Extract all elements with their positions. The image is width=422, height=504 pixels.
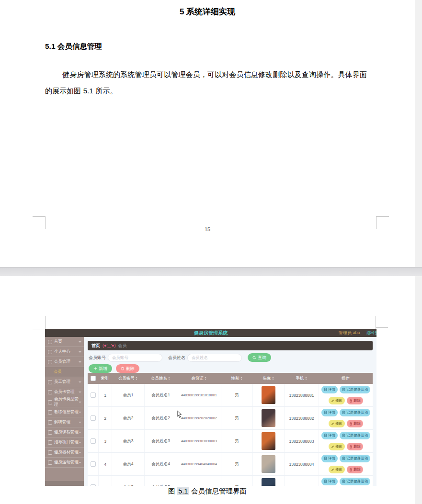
delete-row-button[interactable]: 删除	[347, 397, 363, 404]
select-all-checkbox[interactable]	[91, 376, 96, 381]
row-checkbox[interactable]	[91, 392, 96, 398]
crop-mark	[376, 216, 389, 217]
sort-icon[interactable]	[136, 377, 137, 380]
row-checkbox[interactable]	[91, 415, 96, 421]
sidebar-item-6[interactable]: 会员卡类型管理	[45, 397, 84, 407]
add-button[interactable]: 新增	[89, 364, 112, 373]
column-header[interactable]: 头像	[252, 376, 284, 381]
sort-icon[interactable]	[305, 377, 307, 380]
column-header[interactable]: 性别	[221, 376, 252, 381]
sort-icon[interactable]	[272, 377, 274, 380]
cell-actions: 详情记录健身活动修改删除	[319, 453, 373, 475]
edit-button[interactable]: 修改	[329, 466, 345, 473]
detail-button[interactable]: 详情	[321, 409, 338, 416]
column-header[interactable]: 身份证	[177, 376, 221, 381]
record-activity-button[interactable]: 记录健身活动	[340, 478, 370, 485]
cell-account: 会员2	[112, 407, 144, 429]
column-header[interactable]: 手机	[284, 376, 319, 381]
account-label: 会员账号	[89, 355, 106, 361]
staff-icon	[48, 380, 52, 384]
logout-link[interactable]: 退出登录	[366, 330, 376, 335]
column-header[interactable]: 会员账号	[112, 376, 144, 381]
record-activity-icon	[342, 411, 345, 414]
cell-name: 会员姓名3	[144, 430, 177, 452]
sidebar-item-label: 指导项目管理	[54, 439, 79, 445]
record-activity-button[interactable]: 记录健身活动	[340, 455, 370, 462]
sidebar-item-12[interactable]: 健身运动管理	[45, 458, 84, 468]
sidebar-item-3[interactable]: 会员	[45, 367, 84, 377]
record-activity-button[interactable]: 记录健身活动	[340, 386, 370, 393]
sidebar-item-7[interactable]: 教练信息管理	[45, 407, 84, 417]
column-header-label: 性别	[231, 376, 240, 381]
sidebar-item-4[interactable]: 员工管理	[45, 377, 84, 387]
cell-name: 会员姓名5	[144, 476, 177, 486]
edit-icon	[331, 422, 334, 426]
detail-button[interactable]: 详情	[321, 432, 338, 439]
record-activity-button[interactable]: 记录健身活动	[340, 432, 370, 439]
sidebar-item-11[interactable]: 健身器材管理	[45, 448, 84, 458]
chevron-down-icon	[79, 442, 81, 443]
table-row: 2会员2会员姓名2440300199202020002男13823888882详…	[88, 407, 373, 430]
delete-button[interactable]: 删除	[116, 364, 139, 373]
sidebar-footer	[45, 481, 84, 486]
cell-name: 会员姓名2	[144, 407, 177, 429]
delete-row-button[interactable]: 删除	[347, 466, 363, 473]
detail-button[interactable]: 详情	[321, 478, 338, 485]
cell-phone: 13823888885	[284, 476, 319, 486]
cell-id-card: 440300199202020002	[177, 407, 221, 429]
cell-gender: 男	[221, 476, 252, 486]
search-button[interactable]: 查询	[248, 353, 271, 362]
edit-icon	[331, 468, 334, 471]
column-header-label: 头像	[263, 376, 271, 381]
paragraph-text-end: 所示。	[93, 87, 117, 95]
column-header-label: 操作	[342, 376, 350, 381]
sort-icon[interactable]	[205, 377, 206, 380]
sidebar-item-label: 健身器材管理	[54, 449, 79, 455]
sidebar: 首页个人中心会员管理会员员工管理会员卡管理会员卡类型管理教练信息管理解聘管理健身…	[45, 337, 84, 486]
equipment-icon	[48, 450, 52, 455]
record-activity-button[interactable]: 记录健身活动	[340, 409, 370, 416]
record-activity-icon	[342, 480, 345, 483]
detail-button[interactable]: 详情	[321, 386, 338, 393]
caption-figure-number: 5.1	[177, 487, 189, 495]
account-input[interactable]	[108, 354, 162, 362]
chevron-down-icon	[79, 432, 81, 433]
edit-button[interactable]: 修改	[329, 397, 345, 404]
sidebar-item-10[interactable]: 指导项目管理	[45, 437, 84, 448]
sidebar-item-1[interactable]: 个人中心	[45, 347, 84, 357]
edit-button[interactable]: 修改	[329, 443, 345, 450]
app-screenshot: 健身房管理系统 管理员 abo 退出登录 首页个人中心会员管理会员员工管理会员卡…	[45, 329, 376, 486]
sidebar-item-2[interactable]: 会员管理	[45, 357, 84, 367]
delete-row-button[interactable]: 删除	[347, 420, 363, 427]
cell-index: 2	[98, 407, 112, 429]
sidebar-item-9[interactable]: 健身课程管理	[45, 427, 84, 437]
cell-account: 会员4	[112, 453, 144, 475]
detail-button[interactable]: 详情	[321, 455, 338, 462]
name-label: 会员姓名	[168, 355, 185, 361]
name-input[interactable]	[187, 354, 242, 362]
sidebar-item-8[interactable]: 解聘管理	[45, 417, 84, 427]
column-header-label: 身份证	[191, 376, 204, 381]
edit-button[interactable]: 修改	[329, 420, 345, 427]
sidebar-item-5[interactable]: 会员卡管理	[45, 387, 84, 397]
sort-icon[interactable]	[168, 377, 170, 380]
members-table: 索引会员账号会员姓名身份证性别头像手机操作 1会员1会员姓名1440300199…	[88, 373, 373, 486]
edit-icon	[331, 445, 334, 448]
cell-actions: 详情记录健身活动修改删除	[319, 476, 373, 486]
app-header: 健身房管理系统 管理员 abo 退出登录	[45, 329, 376, 337]
sidebar-item-label: 会员卡管理	[54, 389, 75, 395]
column-header[interactable]: 会员姓名	[144, 376, 177, 381]
chevron-down-icon	[79, 402, 81, 403]
delete-row-button[interactable]: 删除	[347, 443, 363, 450]
members-icon	[48, 360, 52, 364]
sidebar-item-0[interactable]: 首页	[45, 337, 84, 347]
row-checkbox[interactable]	[91, 438, 96, 444]
sort-icon[interactable]	[240, 377, 242, 380]
cell-name: 会员姓名4	[144, 453, 177, 475]
breadcrumb-home[interactable]: 首页	[91, 343, 100, 349]
cell-id-card: 440300199303030003	[177, 430, 221, 452]
filter-bar: 会员账号 会员姓名 查询	[89, 353, 271, 362]
sidebar-item-label: 健身运动管理	[54, 459, 79, 465]
row-checkbox[interactable]	[91, 461, 96, 467]
row-checkbox[interactable]	[91, 484, 96, 486]
